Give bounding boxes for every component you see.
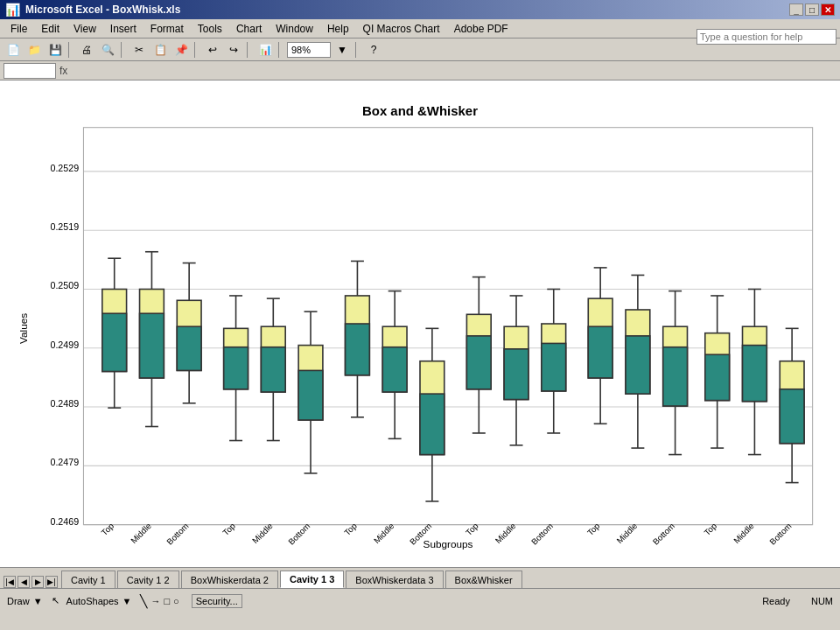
tab-cavity1[interactable]: Cavity 1: [61, 570, 116, 588]
toolbar-sep-5: [278, 42, 284, 58]
svg-text:0.2479: 0.2479: [50, 457, 79, 467]
paste-button[interactable]: 📌: [172, 41, 191, 59]
main-area: Box and &Whisker 0.2469 0.2479 0.2489 0.…: [0, 80, 840, 567]
tab-boxwhiskerdata3[interactable]: BoxWhiskerdata 3: [346, 570, 443, 588]
svg-text:0.2499: 0.2499: [50, 340, 79, 350]
chart-button[interactable]: 📊: [256, 41, 275, 59]
tab-boxwhisker[interactable]: Box&Whisker: [445, 570, 522, 588]
tab-boxwhiskerdata2[interactable]: BoxWhiskerdata 2: [181, 570, 278, 588]
tab-prev-button[interactable]: ◀: [18, 576, 30, 588]
status-text: Ready: [762, 596, 790, 606]
svg-rect-87: [542, 343, 566, 390]
new-button[interactable]: 📄: [4, 41, 23, 59]
oval-tool-icon[interactable]: ○: [173, 596, 179, 606]
svg-rect-93: [588, 326, 612, 378]
draw-label: Draw: [7, 596, 30, 606]
menu-adobe-pdf[interactable]: Adobe PDF: [447, 21, 515, 37]
svg-rect-0: [9, 94, 831, 552]
window-title: Microsoft Excel - BoxWhisk.xls: [25, 4, 180, 16]
menu-format[interactable]: Format: [144, 21, 191, 37]
chart-title: Box and &Whisker: [362, 103, 478, 118]
svg-rect-81: [504, 349, 528, 400]
preview-button[interactable]: 🔍: [98, 41, 117, 59]
arrow-tool-icon[interactable]: →: [150, 596, 160, 606]
titlebar: 📊 Microsoft Excel - BoxWhisk.xls _ □ ✕: [0, 0, 840, 19]
svg-text:0.2469: 0.2469: [50, 516, 79, 527]
toolbar-sep-6: [355, 42, 360, 58]
toolbar-sep-3: [194, 42, 200, 58]
tab-next-button[interactable]: ▶: [32, 576, 44, 588]
statusbar: Draw ▼ ↖ AutoShapes ▼ ╲ → □ ○ Security..…: [0, 588, 840, 612]
svg-rect-123: [780, 389, 804, 444]
menu-help[interactable]: Help: [320, 21, 356, 37]
svg-text:Values: Values: [18, 313, 29, 344]
cell-reference-box[interactable]: [4, 63, 56, 79]
formulabar: fx: [0, 61, 840, 80]
menu-tools[interactable]: Tools: [191, 21, 229, 37]
num-lock-indicator: NUM: [811, 596, 833, 606]
tab-cavity12[interactable]: Cavity 1 2: [117, 570, 179, 588]
fx-label: fx: [60, 65, 67, 77]
cut-button[interactable]: ✂: [130, 41, 149, 59]
maximize-button[interactable]: □: [805, 4, 819, 16]
menu-insert[interactable]: Insert: [103, 21, 144, 37]
line-tool-icon[interactable]: ╲: [140, 594, 147, 608]
svg-text:Subgroups: Subgroups: [424, 538, 473, 550]
svg-rect-69: [420, 394, 444, 454]
minimize-button[interactable]: _: [789, 4, 803, 16]
chart-container[interactable]: Box and &Whisker 0.2469 0.2479 0.2489 0.…: [0, 80, 840, 567]
menu-view[interactable]: View: [66, 21, 103, 37]
draw-toolbar: Draw ▼ ↖ AutoShapes ▼ ╲ → □ ○ Security..…: [7, 594, 242, 608]
svg-rect-57: [346, 324, 370, 375]
undo-button[interactable]: ↩: [203, 41, 222, 59]
menu-chart[interactable]: Chart: [229, 21, 269, 37]
draw-dropdown-icon[interactable]: ▼: [33, 596, 43, 606]
copy-button[interactable]: 📋: [150, 41, 170, 59]
sheet-tabs: |◀ ◀ ▶ ▶| Cavity 1 Cavity 1 2 BoxWhisker…: [0, 567, 840, 588]
svg-rect-21: [102, 313, 127, 371]
print-button[interactable]: 🖨: [77, 41, 96, 59]
svg-rect-111: [705, 354, 730, 400]
menu-edit[interactable]: Edit: [34, 21, 66, 37]
zoom-box: 98%: [287, 42, 331, 58]
zoom-dropdown[interactable]: ▼: [332, 41, 352, 59]
save-button[interactable]: 💾: [46, 41, 65, 59]
redo-button[interactable]: ↪: [224, 41, 243, 59]
svg-rect-75: [466, 336, 491, 389]
tab-cavity13[interactable]: Cavity 1 3: [280, 570, 344, 588]
svg-rect-39: [224, 347, 248, 389]
svg-rect-99: [626, 336, 650, 394]
tab-navigation: |◀ ◀ ▶ ▶|: [4, 576, 58, 588]
zoom-value: 98%: [291, 45, 311, 55]
autoshapes-dropdown-icon[interactable]: ▼: [122, 596, 132, 606]
svg-text:0.2489: 0.2489: [50, 398, 79, 409]
toolbar-sep-2: [121, 42, 126, 58]
menu-window[interactable]: Window: [269, 21, 320, 37]
svg-rect-51: [298, 370, 323, 420]
rect-tool-icon[interactable]: □: [164, 596, 170, 606]
svg-rect-117: [743, 346, 767, 402]
excel-icon: 📊: [5, 3, 20, 17]
svg-rect-27: [140, 313, 164, 378]
close-button[interactable]: ✕: [821, 4, 835, 16]
pointer-tool-icon[interactable]: ↖: [52, 595, 60, 606]
svg-text:0.2509: 0.2509: [50, 280, 79, 290]
menu-file[interactable]: File: [4, 21, 34, 37]
svg-rect-105: [663, 347, 688, 406]
svg-rect-63: [382, 347, 407, 392]
toolbar-sep-1: [68, 42, 74, 58]
svg-rect-45: [261, 347, 285, 392]
menubar: File Edit View Insert Format Tools Chart…: [0, 19, 840, 38]
svg-rect-33: [177, 326, 201, 370]
svg-text:0.2519: 0.2519: [50, 221, 79, 232]
security-button[interactable]: Security...: [192, 594, 242, 608]
open-button[interactable]: 📁: [24, 41, 44, 59]
chart-svg: Box and &Whisker 0.2469 0.2479 0.2489 0.…: [9, 89, 831, 558]
menu-qi-macros[interactable]: QI Macros Chart: [356, 21, 447, 37]
help-input[interactable]: [696, 29, 836, 45]
tab-first-button[interactable]: |◀: [4, 576, 16, 588]
help-button[interactable]: ?: [364, 41, 383, 59]
toolbar-sep-4: [247, 42, 252, 58]
autoshapes-label: AutoShapes: [66, 596, 119, 606]
tab-last-button[interactable]: ▶|: [46, 576, 58, 588]
